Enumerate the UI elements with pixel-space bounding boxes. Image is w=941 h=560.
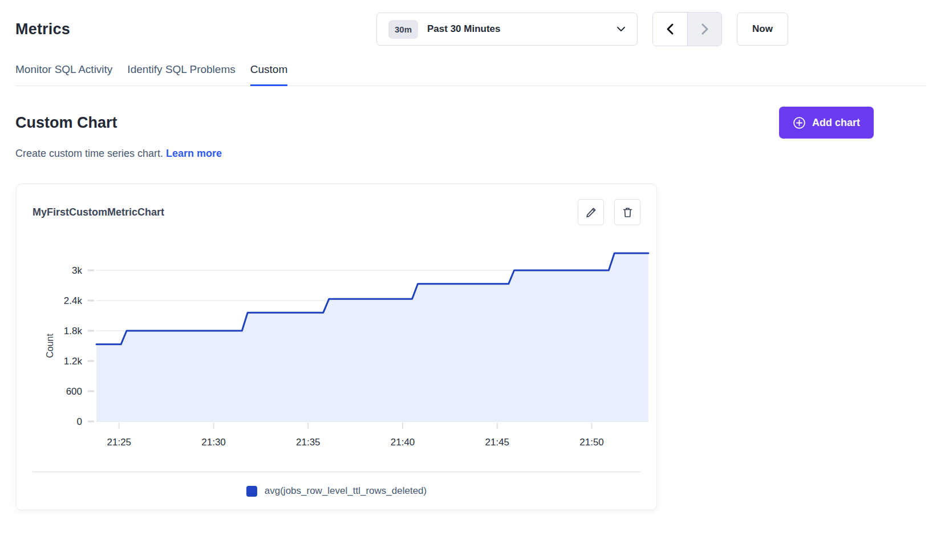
tab-monitor-sql-activity[interactable]: Monitor SQL Activity [15,63,112,86]
x-tick-label: 21:40 [391,437,415,448]
section-header: Custom Chart Add chart [0,86,941,139]
plus-circle-icon [793,116,806,129]
chart-area: 06001.2k1.8k2.4k3k21:2521:3021:3521:4021… [17,228,656,461]
time-range-badge: 30m [388,20,418,39]
x-tick-label: 21:30 [201,437,226,448]
y-axis-title: Count [45,334,55,358]
y-tick-label: 2.4k [64,295,83,306]
time-controls: 30m Past 30 Minutes Now [376,12,788,46]
now-button[interactable]: Now [737,13,788,46]
prev-time-button[interactable] [653,13,687,46]
edit-chart-button[interactable] [578,199,604,225]
x-tick-label: 21:50 [579,437,604,448]
y-tick-label: 0 [77,416,82,427]
chevron-right-icon [700,23,710,35]
x-tick-label: 21:45 [485,437,510,448]
chart-title: MyFirstCustomMetricChart [33,206,164,218]
chevron-left-icon [665,23,675,35]
time-range-dropdown[interactable]: 30m Past 30 Minutes [376,13,638,46]
time-range-label: Past 30 Minutes [427,23,616,35]
add-chart-label: Add chart [812,117,860,129]
next-time-button[interactable] [687,13,721,46]
legend-label: avg(jobs_row_level_ttl_rows_deleted) [265,485,427,497]
y-tick-label: 1.2k [64,356,83,367]
tabs-bar: Monitor SQL Activity Identify SQL Proble… [15,63,926,86]
trash-icon [622,206,634,218]
y-tick-label: 1.8k [64,326,83,336]
custom-chart-svg[interactable]: 06001.2k1.8k2.4k3k21:2521:3021:3521:4021… [17,233,656,461]
add-chart-button[interactable]: Add chart [779,107,874,139]
x-tick-label: 21:35 [296,437,321,448]
tab-identify-sql-problems[interactable]: Identify SQL Problems [127,63,235,86]
y-tick-label: 600 [66,386,82,397]
y-tick-label: 3k [72,265,82,276]
series-area [96,253,648,421]
section-heading: Custom Chart [15,114,117,132]
chart-legend: avg(jobs_row_level_ttl_rows_deleted) [17,472,656,510]
legend-swatch [246,486,257,497]
chart-actions [578,199,640,225]
x-tick-label: 21:25 [107,437,132,448]
tab-custom[interactable]: Custom [250,63,287,86]
section-description: Create custom time series chart.Learn mo… [15,148,941,160]
pencil-icon [585,206,597,218]
delete-chart-button[interactable] [614,199,640,225]
chevron-down-icon [616,26,626,32]
time-nav-group [652,12,722,46]
section-description-text: Create custom time series chart. [15,148,163,159]
page-title: Metrics [15,21,70,38]
custom-chart-card: MyFirstCustomMetricChart [16,184,657,510]
page-header: Metrics 30m Past 30 Minutes Now [0,0,941,46]
learn-more-link[interactable]: Learn more [166,148,222,159]
chart-card-header: MyFirstCustomMetricChart [17,184,656,228]
